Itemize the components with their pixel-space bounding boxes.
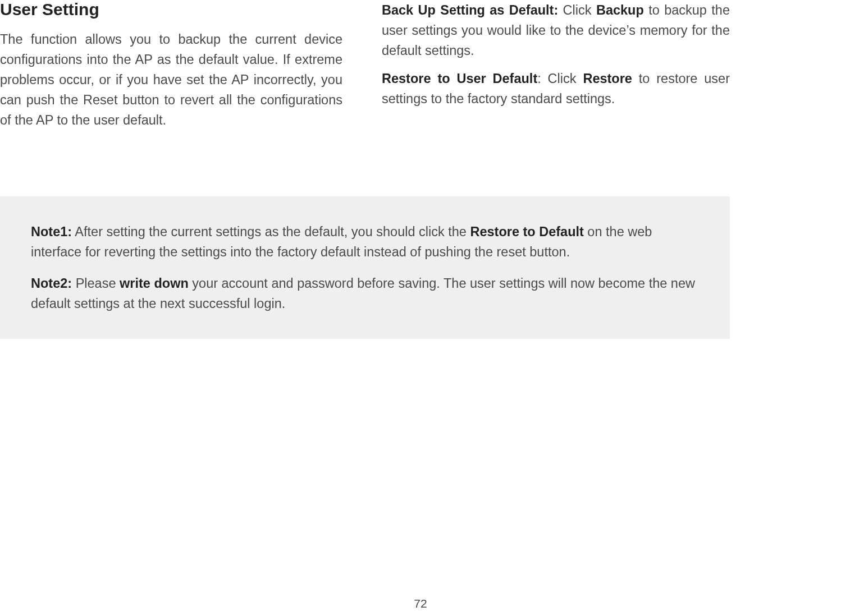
backup-button-ref: Backup (596, 3, 644, 17)
restore-default-ref: Restore to Default (470, 224, 583, 239)
text-segment: After setting the current settings as th… (72, 224, 470, 239)
right-column: Back Up Setting as Default: Click Backup… (382, 0, 730, 117)
backup-label: Back Up Setting as Default: (382, 3, 558, 17)
note1-label: Note1: (31, 224, 72, 239)
section-title: User Setting (0, 0, 342, 19)
restore-label: Restore to User Default (382, 71, 537, 86)
left-paragraph: The function allows you to backup the cu… (0, 29, 342, 130)
left-column: User Setting The function allows you to … (0, 0, 342, 130)
note-box: Note1: After setting the current setting… (0, 196, 730, 339)
restore-button-ref: Restore (583, 71, 632, 86)
write-down-ref: write down (120, 276, 189, 291)
text-segment: : Click (537, 71, 583, 86)
document-page: User Setting The function allows you to … (0, 0, 841, 616)
note2-paragraph: Note2: Please write down your account an… (31, 273, 699, 314)
restore-paragraph: Restore to User Default: Click Restore t… (382, 68, 730, 109)
note1-paragraph: Note1: After setting the current setting… (31, 222, 699, 262)
text-segment: Please (72, 276, 120, 291)
page-number: 72 (0, 597, 841, 610)
backup-paragraph: Back Up Setting as Default: Click Backup… (382, 0, 730, 61)
note2-label: Note2: (31, 276, 72, 291)
text-segment: Click (558, 3, 596, 17)
